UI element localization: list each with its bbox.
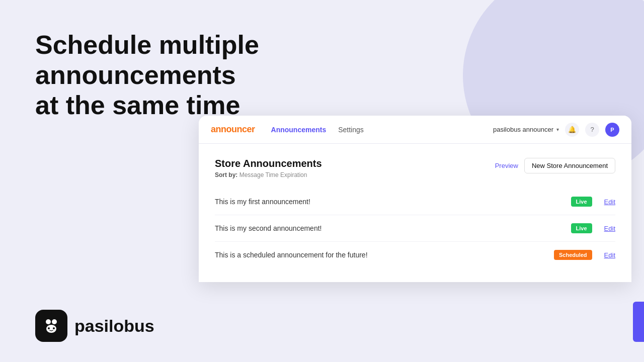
new-announcement-button[interactable]: New Store Announcement xyxy=(524,158,615,173)
brand-name: pasilobus xyxy=(74,316,154,336)
section-title: Store Announcements xyxy=(215,158,322,169)
main-content: Store Announcements Sort by: Message Tim… xyxy=(199,144,631,282)
preview-button[interactable]: Preview xyxy=(495,162,518,169)
svg-point-1 xyxy=(52,319,57,324)
svg-point-0 xyxy=(46,319,51,324)
sort-time[interactable]: Time xyxy=(266,171,279,178)
user-avatar[interactable]: P xyxy=(605,123,619,137)
section-title-block: Store Announcements Sort by: Message Tim… xyxy=(215,158,322,178)
announcement-text: This is a scheduled announcement for the… xyxy=(215,251,554,259)
announcement-list: This is my first announcement! Live Edit… xyxy=(215,189,615,268)
svg-point-4 xyxy=(53,327,55,329)
notifications-bell-button[interactable]: 🔔 xyxy=(565,123,579,137)
store-name: pasilobus announcer xyxy=(493,126,553,133)
edit-link[interactable]: Edit xyxy=(604,198,615,206)
app-window: announcer Announcements Settings pasilob… xyxy=(199,116,631,282)
hero-section: Schedule multiple announcements at the s… xyxy=(35,30,332,120)
nav-settings[interactable]: Settings xyxy=(338,126,364,134)
help-icon: ? xyxy=(590,126,594,133)
section-header: Store Announcements Sort by: Message Tim… xyxy=(215,158,615,178)
svg-point-3 xyxy=(48,327,50,329)
table-row: This is my second announcement! Live Edi… xyxy=(215,215,615,242)
sort-message[interactable]: Message xyxy=(239,171,264,178)
brand-logo: pasilobus xyxy=(35,310,154,342)
table-row: This is a scheduled announcement for the… xyxy=(215,242,615,268)
hero-title: Schedule multiple announcements at the s… xyxy=(35,30,332,120)
bell-icon: 🔔 xyxy=(568,126,576,133)
announcement-text: This is my second announcement! xyxy=(215,224,571,232)
row-right: Live Edit xyxy=(571,197,615,207)
app-logo: announcer xyxy=(211,124,255,135)
announcement-text: This is my first announcement! xyxy=(215,198,571,206)
chevron-down-icon: ▾ xyxy=(556,127,559,132)
header-actions: Preview New Store Announcement xyxy=(495,158,615,173)
right-edge-decoration xyxy=(633,302,644,342)
svg-point-2 xyxy=(46,325,56,333)
nav-bar: announcer Announcements Settings pasilob… xyxy=(199,116,631,144)
status-badge: Scheduled xyxy=(554,250,592,260)
row-right: Scheduled Edit xyxy=(554,250,615,260)
edit-link[interactable]: Edit xyxy=(604,225,615,232)
edit-link[interactable]: Edit xyxy=(604,251,615,259)
nav-right: pasilobus announcer ▾ 🔔 ? P xyxy=(493,123,619,137)
store-selector[interactable]: pasilobus announcer ▾ xyxy=(493,126,559,133)
sort-bar: Sort by: Message Time Expiration xyxy=(215,171,322,178)
help-button[interactable]: ? xyxy=(585,123,599,137)
row-right: Live Edit xyxy=(571,223,615,233)
table-row: This is my first announcement! Live Edit xyxy=(215,189,615,215)
status-badge: Live xyxy=(571,197,592,207)
brand-icon xyxy=(35,310,67,342)
nav-announcements[interactable]: Announcements xyxy=(271,126,327,134)
sort-expiration[interactable]: Expiration xyxy=(280,171,307,178)
status-badge: Live xyxy=(571,223,592,233)
nav-links: Announcements Settings xyxy=(271,126,494,134)
